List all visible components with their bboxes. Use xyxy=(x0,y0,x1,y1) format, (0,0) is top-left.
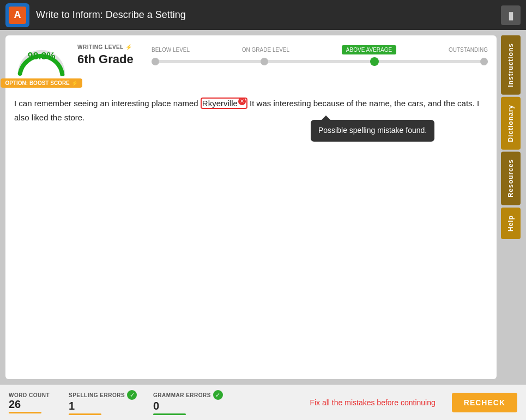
grammar-check-icon: ✓ xyxy=(213,390,223,400)
settings-icon[interactable]: ▮ xyxy=(501,5,521,25)
score-gauge: 98.3% OPTION: BOOST SCORE ⚡ xyxy=(14,44,69,88)
spelling-errors-bar xyxy=(69,413,101,415)
spelling-errors-stat: SPELLING ERRORS ✓ 1 xyxy=(69,390,137,415)
level-below: BELOW LEVEL xyxy=(152,47,190,53)
score-value: 98.3% xyxy=(27,51,55,62)
dot-4 xyxy=(480,58,488,65)
grammar-errors-value: 0 xyxy=(153,400,159,412)
writing-level-value: 6th Grade xyxy=(77,52,143,66)
recheck-button[interactable]: RECHECK xyxy=(452,393,517,412)
essay-before: I can remember seeing an interesting pla… xyxy=(14,99,201,108)
spelling-tooltip: Possible spelling mistake found. xyxy=(311,120,434,142)
app-logo: A xyxy=(5,3,29,27)
content-panel: 98.3% OPTION: BOOST SCORE ⚡ WRITING LEVE… xyxy=(5,35,497,379)
resources-tab[interactable]: Resources xyxy=(501,151,521,205)
grammar-errors-header: GRAMMAR ERRORS ✓ xyxy=(153,390,223,400)
grammar-errors-label: GRAMMAR ERRORS xyxy=(153,392,211,398)
level-on-grade: ON GRADE LEVEL xyxy=(242,47,289,53)
word-count-stat: WORD COUNT 26 xyxy=(9,392,52,413)
writing-level-label: WRITING LEVEL ⚡ xyxy=(77,44,143,50)
spelling-errors-header: SPELLING ERRORS ✓ xyxy=(69,390,137,400)
instructions-tab[interactable]: Instructions xyxy=(501,35,521,95)
score-section: 98.3% OPTION: BOOST SCORE ⚡ WRITING LEVE… xyxy=(14,44,488,88)
word-count-bar xyxy=(9,412,41,413)
misspelled-x-icon[interactable]: ✕ xyxy=(238,98,246,105)
level-labels: BELOW LEVEL ON GRADE LEVEL ABOVE AVERAGE… xyxy=(152,45,488,54)
level-outstanding: OUTSTANDING xyxy=(449,47,488,53)
footer: WORD COUNT 26 SPELLING ERRORS ✓ 1 GRAMMA… xyxy=(0,385,526,420)
footer-message: Fix all the mistakes before continuing xyxy=(310,398,435,407)
spelling-errors-label: SPELLING ERRORS xyxy=(69,392,125,398)
spelling-errors-value: 1 xyxy=(69,400,75,412)
main-area: 98.3% OPTION: BOOST SCORE ⚡ WRITING LEVE… xyxy=(0,30,526,385)
dictionary-tab[interactable]: Dictionary xyxy=(501,97,521,150)
dot-3 xyxy=(370,57,379,66)
level-slider-section: BELOW LEVEL ON GRADE LEVEL ABOVE AVERAGE… xyxy=(152,44,488,63)
page-title: Write to Inform: Describe a Setting xyxy=(36,9,501,21)
logo-letter: A xyxy=(9,7,26,24)
spelling-check-icon: ✓ xyxy=(127,390,137,400)
writing-level-section: WRITING LEVEL ⚡ 6th Grade xyxy=(77,44,143,66)
help-tab[interactable]: Help xyxy=(501,208,521,239)
word-count-label: WORD COUNT xyxy=(9,392,50,398)
slider-dots xyxy=(152,58,488,66)
word-count-value: 26 xyxy=(9,398,21,411)
dot-1 xyxy=(152,58,159,65)
tooltip-text: Possible spelling mistake found. xyxy=(318,126,427,135)
app-header: A Write to Inform: Describe a Setting ▮ xyxy=(0,0,526,30)
grammar-errors-stat: GRAMMAR ERRORS ✓ 0 xyxy=(153,390,223,415)
slider-track xyxy=(152,60,488,63)
level-above-average: ABOVE AVERAGE xyxy=(342,45,396,54)
grammar-errors-bar xyxy=(153,413,186,415)
boost-score-button[interactable]: OPTION: BOOST SCORE ⚡ xyxy=(1,78,82,88)
side-tabs: Instructions Dictionary Resources Help xyxy=(501,35,521,379)
dot-2 xyxy=(261,58,268,65)
misspelled-word[interactable]: Rkyerville✕ xyxy=(201,98,247,109)
